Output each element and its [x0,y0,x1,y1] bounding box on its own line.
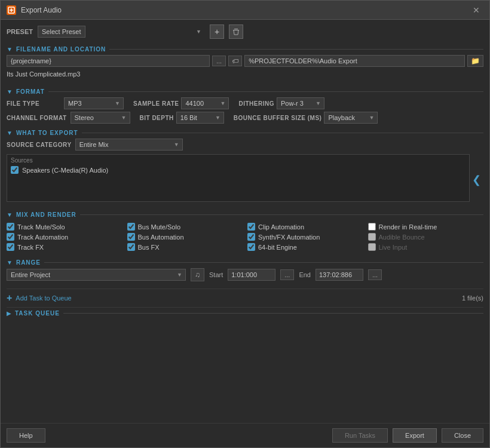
live-input-checkbox[interactable] [368,243,376,251]
list-item: Live Input [368,243,484,251]
end-label: End [299,271,311,278]
format-section: ▼ FORMAT FILE TYPE MP3 SAMPLE RATE [7,86,483,124]
source-category-label: SOURCE CATEGORY [7,142,72,148]
list-item: Speakers (C-Media(R) Audio) [11,166,466,174]
export-audio-window: Export Audio ✕ PRESET Select Preset + ▼ … [0,0,490,448]
delete-preset-button[interactable] [229,24,243,39]
export-button[interactable]: Export [393,428,437,443]
audible-bounce-checkbox[interactable] [368,233,376,241]
folder-browse-button[interactable]: 📁 [467,55,483,67]
filename-input[interactable] [7,55,210,67]
render-realtime-checkbox[interactable] [368,223,376,231]
add-preset-button[interactable]: + [210,24,224,39]
bus-automation-checkbox[interactable] [127,233,135,241]
dithering-label: DITHERING [238,100,274,107]
synth-fx-automation-label: Synth/FX Automation [258,234,320,241]
start-label: Start [209,271,223,278]
task-queue-section: ▶ TASK QUEUE [7,308,483,319]
start-dots-button[interactable]: ... [280,269,294,280]
render-realtime-label: Render in Real-time [379,223,437,231]
list-item: Audible Bounce [368,233,484,241]
what-to-export-header[interactable]: ▼ WHAT TO EXPORT [7,127,483,139]
start-input[interactable] [228,269,275,281]
preset-select-wrapper: Select Preset [38,26,205,38]
path-input[interactable] [244,55,465,67]
bus-fx-label: Bus FX [138,244,160,251]
bit-depth-wrapper: BIT DEPTH 16 Bit [140,112,224,124]
format-grid: FILE TYPE MP3 SAMPLE RATE 44100 [7,97,483,124]
synth-fx-automation-checkbox[interactable] [247,233,255,241]
channel-format-select-wrapper: Stereo [71,112,130,124]
format-row-2: CHANNEL FORMAT Stereo BIT DEPTH 16 Bit [7,112,483,124]
source-label: Speakers (C-Media(R) Audio) [22,167,108,174]
help-button[interactable]: Help [7,428,45,443]
source-category-select[interactable]: Entire Mix [75,139,183,151]
sources-scroll-right-icon[interactable]: ❮ [472,173,481,186]
mix-and-render-section: ▼ MIX AND RENDER Track Mute/Solo Bus Mut… [7,209,483,253]
list-item: Track Mute/Solo [7,223,122,231]
what-to-export-title: WHAT TO EXPORT [16,130,78,136]
what-to-export-section: ▼ WHAT TO EXPORT SOURCE CATEGORY Entire … [7,127,483,205]
app-icon [7,5,16,15]
source-category-row: SOURCE CATEGORY Entire Mix [7,139,483,151]
task-queue-line [63,313,483,314]
add-task-button[interactable]: Add Task to Queue [16,294,71,302]
filename-section-title: FILENAME AND LOCATION [16,46,106,53]
64bit-engine-checkbox[interactable] [247,243,255,251]
filename-arrow-icon: ▼ [7,46,13,53]
add-task-row: + Add Task to Queue 1 file(s) [7,289,483,308]
live-input-label: Live Input [379,244,408,251]
svg-rect-4 [234,29,238,29]
end-dots-button[interactable]: ... [368,269,382,280]
sample-rate-select-wrapper: 44100 [181,97,229,109]
music-button[interactable]: ♫ [191,268,204,281]
files-count: 1 file(s) [462,294,483,302]
main-content: PRESET Select Preset + ▼ FILENAME AND LO… [1,20,489,423]
bus-fx-checkbox[interactable] [127,243,135,251]
window-title: Export Audio [21,6,469,14]
mix-and-render-header[interactable]: ▼ MIX AND RENDER [7,209,483,220]
range-select[interactable]: Entire Project [7,269,186,281]
channel-format-select[interactable]: Stereo [71,112,130,124]
svg-rect-3 [233,30,239,30]
sample-rate-label: SAMPLE RATE [133,100,179,107]
bounce-buffer-select[interactable]: Playback [324,112,378,124]
bounce-buffer-wrapper: BOUNCE BUFFER SIZE (MS) Playback [234,112,378,124]
source-checkbox[interactable] [11,166,19,174]
what-to-export-arrow-icon: ▼ [7,130,13,136]
source-category-select-wrapper: Entire Mix [75,139,183,151]
filename-section-header[interactable]: ▼ FILENAME AND LOCATION [7,44,483,55]
track-mute-solo-checkbox[interactable] [7,223,14,231]
mix-and-render-title: MIX AND RENDER [16,211,76,218]
run-tasks-button[interactable]: Run Tasks [332,428,388,443]
filename-tag-button[interactable]: 🏷 [228,56,242,66]
filename-dots-button[interactable]: ... [212,56,226,66]
mix-and-render-arrow-icon: ▼ [7,211,13,218]
format-section-header[interactable]: ▼ FORMAT [7,86,483,97]
mix-and-render-line [80,214,483,215]
track-fx-checkbox[interactable] [7,243,14,251]
filename-preview: Its Just Complicated.mp3 [7,69,483,79]
format-row-1: FILE TYPE MP3 SAMPLE RATE 44100 [7,97,483,109]
file-type-select[interactable]: MP3 [64,97,124,109]
task-queue-header[interactable]: ▶ TASK QUEUE [7,308,483,319]
close-window-button[interactable]: ✕ [469,4,483,16]
sources-scroll-area: ❮ [470,154,483,205]
track-automation-checkbox[interactable] [7,233,14,241]
bounce-buffer-select-wrapper: Playback [324,112,378,124]
task-queue-title: TASK QUEUE [15,310,60,317]
64bit-engine-label: 64-bit Engine [258,244,297,251]
close-button[interactable]: Close [442,428,483,443]
bus-mute-solo-checkbox[interactable] [127,223,135,231]
format-section-title: FORMAT [16,88,45,95]
sample-rate-select[interactable]: 44100 [181,97,229,109]
preset-select[interactable]: Select Preset [38,26,85,38]
range-section-header[interactable]: ▼ RANGE [7,257,483,268]
clip-automation-checkbox[interactable] [247,223,255,231]
range-arrow-icon: ▼ [7,259,13,266]
dithering-select[interactable]: Pow-r 3 [277,97,324,109]
bit-depth-select[interactable]: 16 Bit [176,112,224,124]
bit-depth-label: BIT DEPTH [140,115,174,121]
track-fx-label: Track FX [17,244,44,251]
end-input[interactable] [316,269,363,281]
